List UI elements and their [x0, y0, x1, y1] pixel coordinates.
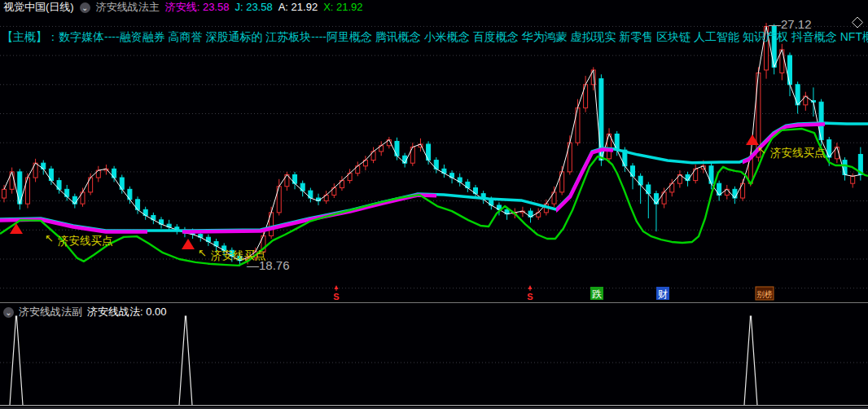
signal-spikes [10, 316, 757, 406]
candle-body [843, 161, 847, 175]
signal-spike [10, 316, 23, 406]
trading-app-window: 视觉中国(日线) ⌄ 济安线战法主 济安线: 23.58 J: 23.58 A:… [0, 0, 868, 409]
svg-text:—18.76: —18.76 [247, 258, 290, 272]
chevron-down-icon[interactable]: ⌄ [3, 307, 14, 318]
signal-spike [744, 316, 757, 406]
sell-signal-icon: S [527, 285, 533, 301]
sub-indicator-value: 济安线战法: 0.00 [87, 305, 167, 319]
buy-point-marker: ↖济安线买点 [10, 223, 113, 247]
j-line [0, 123, 868, 231]
arrow-up-left-icon: ↖ [198, 247, 207, 259]
event-badge: 跌 [590, 287, 603, 300]
sub-indicator-name: 济安线战法副 [19, 305, 82, 319]
symbol-name: 视觉中国(日线) [3, 0, 74, 15]
price-label: —27.12 [769, 17, 812, 31]
panel-separator[interactable] [0, 302, 868, 303]
svg-text:S: S [333, 292, 339, 301]
chevron-down-icon[interactable]: ⌄ [80, 2, 90, 13]
event-badge: 别榜 [756, 287, 774, 300]
indicator-value-x: X: 21.92 [323, 0, 362, 15]
signal-spike [179, 316, 192, 406]
indicator-value-j: J: 23.58 [235, 0, 272, 15]
candle-body [2, 189, 7, 198]
concept-tags-line[interactable]: 【主概】：数字媒体----融资融券 高商誉 深股通标的 江苏板块----阿里概念… [2, 30, 868, 45]
gridlines [0, 26, 868, 288]
arrow-up-left-icon: ↖ [757, 144, 766, 156]
svg-text:别榜: 别榜 [757, 289, 773, 299]
buy-point-label: 济安线买点 [770, 147, 826, 159]
candle-body [788, 55, 792, 85]
svg-text:跌: 跌 [592, 288, 602, 300]
indicator-value-jian: 济安线: 23.58 [165, 0, 230, 15]
svg-text:财: 财 [658, 288, 668, 300]
candle-body [851, 176, 855, 183]
indicator-value-a: A: 21.92 [278, 0, 318, 15]
price-label: —18.76 [247, 258, 290, 272]
main-chart[interactable]: ↖济安线买点↖济安线买点↖济安线买点—18.76—27.12SS跌财别榜 [0, 0, 868, 303]
event-badge: 财 [656, 287, 669, 300]
buy-point-label: 济安线买点 [58, 235, 113, 247]
sub-chart-titlebar: ⌄ 济安线战法副 济安线战法: 0.00 [0, 305, 167, 319]
arrow-up-left-icon: ↖ [45, 232, 54, 244]
svg-text:—27.12: —27.12 [769, 17, 812, 31]
close-line [4, 26, 861, 260]
svg-text:S: S [527, 292, 533, 301]
main-indicator-name: 济安线战法主 [96, 0, 160, 15]
jian-line [0, 124, 868, 231]
sell-signal-icon: S [333, 285, 339, 301]
main-chart-titlebar: 视觉中国(日线) ⌄ 济安线战法主 济安线: 23.58 J: 23.58 A:… [0, 0, 868, 15]
